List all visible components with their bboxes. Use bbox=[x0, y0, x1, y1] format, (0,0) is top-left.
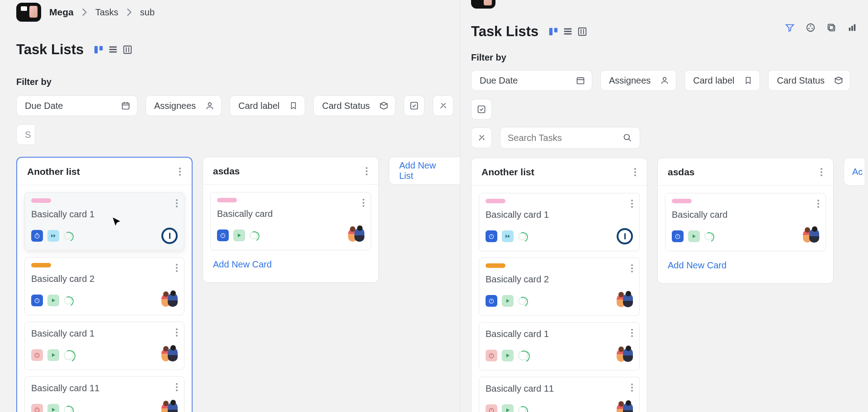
fast-forward-icon[interactable] bbox=[47, 230, 59, 242]
fast-forward-icon[interactable] bbox=[502, 230, 514, 242]
card-menu-icon[interactable] bbox=[174, 381, 179, 393]
app-icon[interactable] bbox=[471, 0, 495, 9]
timer-icon[interactable] bbox=[486, 404, 497, 412]
add-new-card-button[interactable]: Add New Card bbox=[210, 257, 371, 275]
task-card[interactable]: Basically card 1 bbox=[24, 192, 184, 251]
list-title[interactable]: Another list bbox=[27, 166, 80, 177]
power-avatar[interactable] bbox=[161, 228, 178, 244]
list-title[interactable]: asdas bbox=[668, 167, 695, 178]
list-title[interactable]: Another list bbox=[481, 167, 534, 178]
card-menu-icon[interactable] bbox=[629, 382, 635, 393]
filter-search-cut[interactable]: S bbox=[16, 124, 34, 145]
people-avatar[interactable] bbox=[161, 402, 178, 412]
filter-checklist[interactable] bbox=[404, 95, 425, 116]
timer-icon[interactable] bbox=[31, 349, 43, 361]
app-icon[interactable] bbox=[16, 3, 41, 22]
breadcrumb-level3[interactable]: sub bbox=[140, 7, 155, 18]
play-icon[interactable] bbox=[47, 349, 59, 361]
play-icon[interactable] bbox=[502, 404, 514, 412]
play-icon[interactable] bbox=[47, 404, 59, 412]
play-icon[interactable] bbox=[47, 295, 59, 306]
card-menu-icon[interactable] bbox=[629, 198, 635, 210]
timer-icon[interactable] bbox=[486, 350, 497, 361]
filter-icon[interactable] bbox=[785, 23, 796, 33]
people-avatar[interactable] bbox=[617, 402, 633, 412]
card-menu-icon[interactable] bbox=[174, 197, 179, 209]
card-menu-icon[interactable] bbox=[629, 327, 635, 339]
search-input[interactable] bbox=[508, 133, 616, 143]
breadcrumb-app[interactable]: Mega bbox=[49, 7, 74, 18]
filter-by-label: Filter by bbox=[471, 52, 868, 63]
add-new-card-button[interactable]: Add New Card bbox=[665, 258, 826, 276]
people-avatar[interactable] bbox=[348, 227, 364, 243]
list-menu-icon[interactable] bbox=[819, 166, 824, 178]
list-title[interactable]: asdas bbox=[213, 166, 240, 177]
board-view-icon[interactable] bbox=[548, 27, 558, 37]
task-card[interactable]: Basically card 1 bbox=[479, 193, 640, 251]
settings-view-icon[interactable] bbox=[577, 27, 587, 37]
task-card[interactable]: Basically card bbox=[665, 193, 826, 251]
people-avatar[interactable] bbox=[161, 347, 178, 363]
power-avatar[interactable] bbox=[617, 228, 633, 244]
card-title: Basically card bbox=[672, 210, 819, 220]
filter-checklist[interactable] bbox=[471, 99, 492, 120]
play-icon[interactable] bbox=[502, 350, 514, 361]
filter-due-date[interactable]: Due Date bbox=[16, 95, 137, 116]
timer-icon[interactable] bbox=[217, 229, 229, 241]
filter-clear[interactable] bbox=[433, 95, 453, 116]
timer-icon[interactable] bbox=[672, 230, 684, 242]
card-menu-icon[interactable] bbox=[629, 262, 635, 274]
add-new-list-button[interactable]: Ac bbox=[844, 158, 864, 186]
list-menu-icon[interactable] bbox=[632, 166, 638, 178]
task-card[interactable]: Basically card bbox=[210, 192, 371, 250]
svg-rect-41 bbox=[854, 24, 856, 31]
people-avatar[interactable] bbox=[161, 292, 178, 309]
chart-icon[interactable] bbox=[847, 23, 858, 33]
search-icon[interactable] bbox=[623, 133, 632, 143]
play-icon[interactable] bbox=[233, 229, 245, 241]
play-icon[interactable] bbox=[502, 295, 514, 307]
timer-icon[interactable] bbox=[486, 230, 497, 242]
add-new-list-button[interactable]: Add New List bbox=[389, 157, 460, 185]
timer-icon[interactable] bbox=[31, 404, 43, 412]
card-menu-icon[interactable] bbox=[174, 327, 179, 338]
share-icon[interactable] bbox=[806, 23, 816, 33]
task-card[interactable]: Basically card 1 bbox=[479, 322, 640, 370]
card-title: Basically card 1 bbox=[486, 329, 633, 339]
task-card[interactable]: Basically card 2 bbox=[479, 258, 640, 316]
filter-due-date-label: Due Date bbox=[480, 75, 518, 86]
task-card[interactable]: Basically card 11 bbox=[24, 376, 184, 412]
card-menu-icon[interactable] bbox=[174, 262, 179, 274]
card-title: Basically card 1 bbox=[486, 210, 633, 220]
filter-assignees[interactable]: Assignees bbox=[600, 70, 676, 91]
card-menu-icon[interactable] bbox=[361, 197, 366, 209]
people-avatar[interactable] bbox=[617, 293, 633, 309]
task-card[interactable]: Basically card 2 bbox=[24, 257, 184, 315]
settings-view-icon[interactable] bbox=[123, 45, 132, 55]
timer-icon[interactable] bbox=[486, 295, 497, 307]
breadcrumb-level2[interactable]: Tasks bbox=[95, 7, 118, 18]
filter-due-date[interactable]: Due Date bbox=[471, 70, 592, 91]
card-menu-icon[interactable] bbox=[816, 198, 821, 210]
timer-icon[interactable] bbox=[31, 230, 43, 242]
list-view-icon[interactable] bbox=[108, 45, 118, 55]
board-view-icon[interactable] bbox=[94, 45, 104, 55]
search-box[interactable] bbox=[500, 127, 640, 149]
filter-card-label[interactable]: Card label bbox=[230, 95, 305, 116]
list-column-another-list: Another list Basically card 1 bbox=[16, 157, 193, 412]
play-icon[interactable] bbox=[688, 230, 700, 242]
timer-icon[interactable] bbox=[31, 295, 43, 306]
filter-card-status[interactable]: Card Status bbox=[768, 70, 850, 91]
list-menu-icon[interactable] bbox=[177, 166, 183, 178]
people-avatar[interactable] bbox=[617, 347, 633, 364]
people-avatar[interactable] bbox=[803, 228, 819, 244]
filter-card-label[interactable]: Card label bbox=[684, 70, 760, 91]
filter-card-status[interactable]: Card Status bbox=[313, 95, 396, 116]
list-view-icon[interactable] bbox=[563, 27, 573, 37]
list-menu-icon[interactable] bbox=[364, 165, 369, 177]
copy-icon[interactable] bbox=[826, 23, 837, 33]
filter-clear[interactable] bbox=[471, 127, 492, 148]
task-card[interactable]: Basically card 1 bbox=[24, 322, 184, 370]
task-card[interactable]: Basically card 11 bbox=[479, 377, 640, 412]
filter-assignees[interactable]: Assignees bbox=[146, 95, 222, 116]
